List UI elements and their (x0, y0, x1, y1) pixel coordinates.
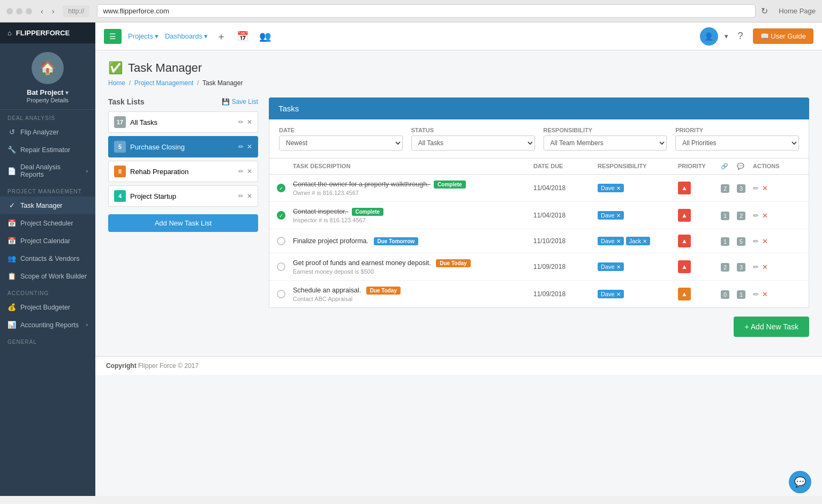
task-4-badge: Due Today (436, 259, 470, 267)
calendar-button[interactable]: 📅 (235, 28, 251, 44)
sidebar-item-repair-estimator[interactable]: 🔧 Repair Estimator (0, 141, 95, 159)
sidebar-item-label: Deal Analysis Reports (20, 163, 82, 178)
task-1-resp: Dave ✕ (598, 184, 678, 192)
browser-chrome: ‹ › http:// www.flipperforce.com ↻ Home … (0, 0, 822, 22)
task-1-comments: 3 (737, 184, 745, 193)
people-button[interactable]: 👥 (257, 28, 273, 44)
task-3-resp: Dave ✕ Jack ✕ (598, 237, 678, 245)
breadcrumb-current: Task Manager (202, 79, 243, 87)
task-2-desc: Contact inspector. Complete Inspector # … (293, 207, 533, 223)
footer: Copyright Flipper Force © 2017 (95, 356, 822, 375)
add-new-task-button[interactable]: + Add New Task (734, 317, 809, 337)
sidebar-item-deal-analysis-reports[interactable]: 📄 Deal Analysis Reports › (0, 159, 95, 183)
delete-startup-button[interactable]: ✕ (247, 192, 252, 200)
task-5-priority: ▲ (678, 288, 721, 300)
user-guide-button[interactable]: 📖 User Guide (753, 28, 813, 44)
task-4-delete-button[interactable]: ✕ (762, 263, 768, 271)
priority-filter-select[interactable]: All Priorities (675, 136, 799, 151)
top-nav: ☰ Projects ▾ Dashboards ▾ ＋ 📅 👥 👤 ▾ ? 📖 … (95, 22, 822, 50)
sidebar-item-scope-of-work[interactable]: 📋 Scope of Work Builder (0, 267, 95, 285)
edit-purchase-closing-button[interactable]: ✏ (238, 143, 244, 151)
status-filter-select[interactable]: All Tasks (411, 136, 535, 151)
task-4-check[interactable] (277, 262, 285, 271)
sidebar-item-contacts-vendors[interactable]: 👥 Contacts & Vendors (0, 250, 95, 267)
browser-url-bar[interactable]: www.flipperforce.com (97, 4, 756, 18)
purchase-closing-badge: 5 (114, 141, 126, 153)
plus-button[interactable]: ＋ (214, 28, 228, 45)
task-3-check[interactable] (277, 237, 285, 245)
list-item-purchase-closing[interactable]: 5 Purchase Closing ✏ ✕ (108, 136, 258, 157)
col-date-due: Date Due (533, 163, 598, 170)
add-task-list-button[interactable]: Add New Task List (108, 214, 258, 232)
projects-chevron: ▾ (155, 32, 159, 40)
task-3-actions: ✏ ✕ (753, 237, 801, 245)
edit-startup-button[interactable]: ✏ (238, 192, 244, 200)
sidebar-item-project-calendar[interactable]: 📅 Project Calendar (0, 232, 95, 250)
task-2-delete-button[interactable]: ✕ (762, 212, 768, 220)
list-item-rehab-preparation[interactable]: 8 Rehab Preparation ✏ ✕ (108, 161, 258, 182)
task-5-edit-button[interactable]: ✏ (753, 290, 759, 298)
sidebar-item-task-manager[interactable]: ✓ Task Manager (0, 197, 95, 214)
refresh-button[interactable]: ↻ (761, 6, 768, 16)
table-header: Task Description Date Due Responsibility… (269, 159, 809, 175)
section-project-management: PROJECT MANAGEMENT (0, 183, 95, 197)
task-1-check[interactable]: ✓ (277, 184, 285, 192)
forward-button[interactable]: › (49, 6, 58, 17)
chevron-right-icon: › (86, 168, 88, 174)
sidebar-item-accounting-reports[interactable]: 📊 Accounting Reports › (0, 316, 95, 334)
task-1-delete-button[interactable]: ✕ (762, 184, 768, 192)
list-item-all-tasks[interactable]: 17 All Tasks ✏ ✕ (108, 111, 258, 133)
save-list-button[interactable]: 💾 Save List (222, 98, 258, 106)
task-2-edit-button[interactable]: ✏ (753, 212, 759, 220)
user-avatar[interactable]: 👤 (700, 27, 718, 46)
projects-nav[interactable]: Projects ▾ (128, 32, 159, 40)
chevron-right-icon-2: › (86, 322, 88, 328)
table-row: ✓ Contact inspector. Complete Inspector … (269, 202, 809, 229)
menu-button[interactable]: ☰ (104, 29, 122, 44)
copyright-year: © 2017 (178, 362, 199, 370)
filter-status: Status All Tasks (411, 127, 535, 151)
avatar: 🏠 (32, 52, 64, 84)
chat-button[interactable]: 💬 (789, 471, 811, 493)
task-3-delete-button[interactable]: ✕ (762, 237, 768, 245)
back-button[interactable]: ‹ (37, 6, 47, 17)
rehab-label: Rehab Preparation (130, 168, 238, 176)
task-1-desc: Contact the owner for a property walkthr… (293, 180, 533, 196)
sidebar-item-label: Repair Estimator (20, 146, 70, 154)
deal-analysis-reports-icon: 📄 (7, 167, 16, 175)
url-protocol: http:// (63, 5, 89, 17)
delete-rehab-button[interactable]: ✕ (247, 168, 252, 175)
copyright-label: Copyright (106, 362, 137, 370)
dot-2 (16, 8, 22, 14)
project-scheduler-icon: 📅 (7, 219, 16, 227)
table-row: Get proof of funds and earnest money dep… (269, 253, 809, 281)
breadcrumb-project-management[interactable]: Project Management (134, 79, 194, 87)
task-4-resp: Dave ✕ (598, 262, 678, 271)
task-3-edit-button[interactable]: ✏ (753, 237, 759, 245)
breadcrumb-home[interactable]: Home (108, 79, 125, 87)
sidebar-item-project-budgeter[interactable]: 💰 Project Budgeter (0, 298, 95, 316)
user-dropdown-chevron[interactable]: ▾ (725, 32, 728, 40)
task-1-edit-button[interactable]: ✏ (753, 184, 759, 192)
delete-purchase-closing-button[interactable]: ✕ (247, 143, 252, 151)
edit-all-tasks-button[interactable]: ✏ (238, 118, 244, 126)
sidebar-item-label: Accounting Reports (20, 321, 79, 329)
edit-rehab-button[interactable]: ✏ (238, 168, 244, 175)
task-5-delete-button[interactable]: ✕ (762, 290, 768, 298)
sidebar-item-flip-analyzer[interactable]: ↺ Flip Analyzer (0, 123, 95, 141)
task-4-priority: ▲ (678, 260, 721, 273)
dashboards-nav[interactable]: Dashboards ▾ (165, 32, 208, 40)
task-2-check[interactable]: ✓ (277, 211, 285, 220)
delete-all-tasks-button[interactable]: ✕ (247, 118, 252, 126)
task-4-edit-button[interactable]: ✏ (753, 263, 759, 271)
status-filter-label: Status (411, 127, 535, 133)
list-item-project-startup[interactable]: 4 Project Startup ✏ ✕ (108, 185, 258, 207)
help-icon[interactable]: ? (738, 31, 743, 42)
table-row: ✓ Contact the owner for a property walkt… (269, 175, 809, 202)
date-filter-select[interactable]: Newest (279, 136, 403, 151)
sidebar-item-project-scheduler[interactable]: 📅 Project Scheduler (0, 214, 95, 232)
sidebar-logo[interactable]: ⌂ FLIPPERFORCE (0, 22, 95, 43)
task-5-desc: Schedule an appraisal. Due Today Contact… (293, 286, 533, 302)
task-5-check[interactable] (277, 290, 285, 298)
responsibility-filter-select[interactable]: All Team Members (544, 136, 667, 151)
